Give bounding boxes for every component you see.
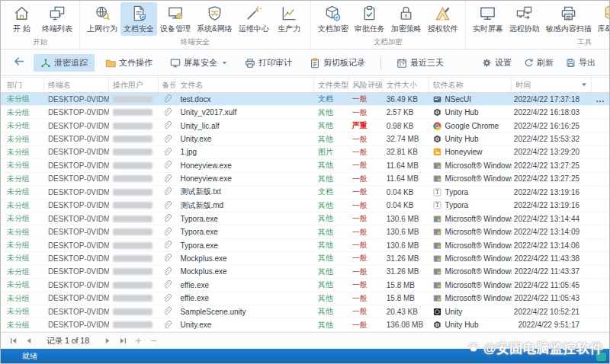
redacted-user [113,175,152,182]
table-row[interactable]: 未分组DESKTOP-0VIDMDJUnity.exe其他一般136.08 MB… [1,318,609,331]
backup-cell [159,292,177,305]
column-header-user[interactable]: 操作用户 [109,78,159,92]
software-cell: Microsoft® Windows® Oper... [429,212,512,225]
filesize-cell: 15.8 MB [383,279,429,291]
filename-cell: SampleScene.unity [176,305,314,318]
table-row[interactable]: 未分组DESKTOP-0VIDMDJTypora.exe其他一般130.6 MB… [1,239,609,252]
productivity-icon [281,5,298,22]
software-name: Microsoft® Windows® Oper... [445,174,512,183]
ribbon-item-home[interactable]: 开 始 [5,2,39,36]
table-row[interactable]: 未分组DESKTOP-0VIDMDJ测试新版.txt文档一般0.04 KBTTy… [1,186,609,199]
table-row[interactable]: 未分组DESKTOP-0VIDMDJMockplus.exe其他一般31.26 … [1,266,609,279]
time-cell: 2022/4/22 13:19:16 [512,186,592,198]
toolbar-tab-file-ops[interactable]: 文件操作 [98,54,159,72]
toolbar-tab-screen-security[interactable]: 屏幕安全 [163,54,234,72]
ribbon-item-label: 开 始 [13,24,30,34]
ribbon-item-encrypt-policy[interactable]: 加密策略 [388,2,425,36]
first-page-button[interactable] [7,335,19,346]
table-row[interactable]: 未分组DESKTOP-0VIDMDJUnity_lic.alf其他严重0.98 … [1,120,609,133]
ribbon-item-approval-task[interactable]: 审批任务 [352,2,388,36]
table-row[interactable]: 未分组DESKTOP-0VIDMDJtest.docx文档一般36.49 KBN… [1,93,609,106]
ribbon-item-doc-encrypt[interactable]: 文档加密 [315,2,352,36]
refresh-icon [524,58,534,68]
table-row[interactable]: 未分组DESKTOP-0VIDMDJHoneyview.exe其他一般11.64… [1,173,609,186]
terminal-cell: DESKTOP-0VIDMDJ [44,292,109,305]
delete-record-button[interactable] [147,335,159,346]
table-row[interactable]: 未分组DESKTOP-0VIDMDJMockplus.exe其他一般31.26 … [1,252,609,265]
filter-dropdown-icon[interactable] [581,81,587,89]
toolbar-action-export[interactable]: 导出 [566,57,596,69]
row-more-cell [592,106,609,118]
column-header-dept[interactable]: 部门 [1,78,44,92]
risk-cell: 一般 [348,239,383,251]
dept-cell: 未分组 [1,305,44,318]
row-more-cell[interactable]: ... [592,93,609,105]
ribbon-item-library-template[interactable]: 库&模板 [595,2,610,36]
ribbon-group-items: 开 始终端列表 [5,2,75,37]
toolbar-tab-clipboard-record[interactable]: 剪切板记录 [303,54,372,72]
paperclip-icon [162,135,172,144]
ribbon-item-ops-center[interactable]: 运维中心 [236,2,272,36]
table-row[interactable]: 未分组DESKTOP-0VIDMDJeffie.exe其他一般15.8 MBMi… [1,292,609,305]
toolbar-action-gear[interactable]: 设置 [482,57,512,69]
ribbon: 开 始终端列表开始上网行为文档安全设备管理系统&网络运维中心生产力终端安全文档加… [1,1,609,49]
column-header-terminal[interactable]: 终端名 [44,78,109,92]
column-header-backup[interactable]: 备份 [159,78,177,92]
ribbon-item-doc-security[interactable]: 文档安全 [120,2,157,36]
column-header-risk[interactable]: 风险评级 [348,78,383,92]
toolbar-tab-leak-trace[interactable]: 泄密追踪 [34,54,95,72]
toolbar-tab-calendar[interactable]: 最近三天 [390,54,451,72]
column-header-type[interactable]: 文件类型 [314,78,348,92]
table-row[interactable]: 未分组DESKTOP-0VIDMDJ1.jpg图片一般32.81 KBHoney… [1,146,609,159]
filesize-cell: 11.64 MB [383,159,429,171]
table-row[interactable]: 未分组DESKTOP-0VIDMDJSampleScene.unity其他一般2… [1,305,609,318]
terminal-cell: DESKTOP-0VIDMDJ [44,318,109,330]
ribbon-item-system-network[interactable]: 系统&网络 [194,2,236,36]
ribbon-item-sensitive-scan[interactable]: 敏感内容扫描 [543,2,595,36]
terminal-cell: DESKTOP-0VIDMDJ [44,186,109,198]
ribbon-item-remote-assist[interactable]: 远程协助 [506,2,543,36]
table-row[interactable]: 未分组DESKTOP-0VIDMDJ测试新版.md其他一般0.04 KBTTyp… [1,200,609,212]
toolbar-tab-print-audit[interactable]: 打印审计 [238,54,299,72]
filetype-cell: 其他 [314,252,348,264]
table-row[interactable]: 未分组DESKTOP-0VIDMDJUnity_v2017.xulf其他一般2.… [1,106,609,119]
redacted-user [113,162,152,169]
table-row[interactable]: 未分组DESKTOP-0VIDMDJTypora.exe其他一般130.6 MB… [1,225,609,238]
backup-cell [159,305,177,318]
backup-cell [159,252,177,264]
column-header-software[interactable]: 软件名称 [429,78,512,92]
column-header-file[interactable]: 文件名 [176,78,314,92]
next-page-button[interactable] [101,335,114,346]
column-header-time[interactable]: 时间 [512,78,592,92]
table-row[interactable]: 未分组DESKTOP-0VIDMDJeffie.exe其他一般15.8 MBMi… [1,279,609,292]
ribbon-item-terminal-list[interactable]: 终端列表 [39,2,75,36]
filesize-cell: 31.26 MB [383,266,429,278]
dept-cell: 未分组 [1,266,44,278]
time-cell: 2022/4/22 13:27:25 [512,173,592,185]
ribbon-item-internet-behavior[interactable]: 上网行为 [84,2,120,36]
add-record-button[interactable] [132,335,144,346]
ribbon-item-device-manage[interactable]: 设备管理 [157,2,194,36]
dept-cell: 未分组 [1,173,44,185]
back-arrow-icon [13,55,26,71]
ribbon-item-productivity[interactable]: 生产力 [272,2,307,36]
ms-windows-icon [433,161,441,170]
software-cell: Microsoft® Windows® Oper... [429,225,512,238]
ribbon-item-authorized-software[interactable]: 授权软件 [425,2,461,36]
filename-cell: Unity_lic.alf [176,120,314,132]
back-button[interactable] [8,55,30,72]
user-cell [109,239,159,251]
table-row[interactable]: 未分组DESKTOP-0VIDMDJTypora.exe其他一般130.6 MB… [1,212,609,225]
dept-cell: 未分组 [1,212,44,225]
toolbar-action-refresh[interactable]: 刷新 [524,57,554,69]
table-row[interactable]: 未分组DESKTOP-0VIDMDJHoneyview.exe其他一般11.64… [1,159,609,172]
user-cell [109,252,159,264]
paperclip-icon [162,214,172,223]
svg-text:T: T [435,202,439,209]
risk-cell: 严重 [348,120,383,132]
table-row[interactable]: 未分组DESKTOP-0VIDMDJUnity.exe其他一般32.74 MBU… [1,133,609,145]
last-page-button[interactable] [117,335,129,346]
ribbon-item-realtime-screen[interactable]: 实时屏幕 [470,2,506,36]
prev-page-button[interactable] [22,335,34,346]
column-header-size[interactable]: 文件大小 [383,78,429,92]
